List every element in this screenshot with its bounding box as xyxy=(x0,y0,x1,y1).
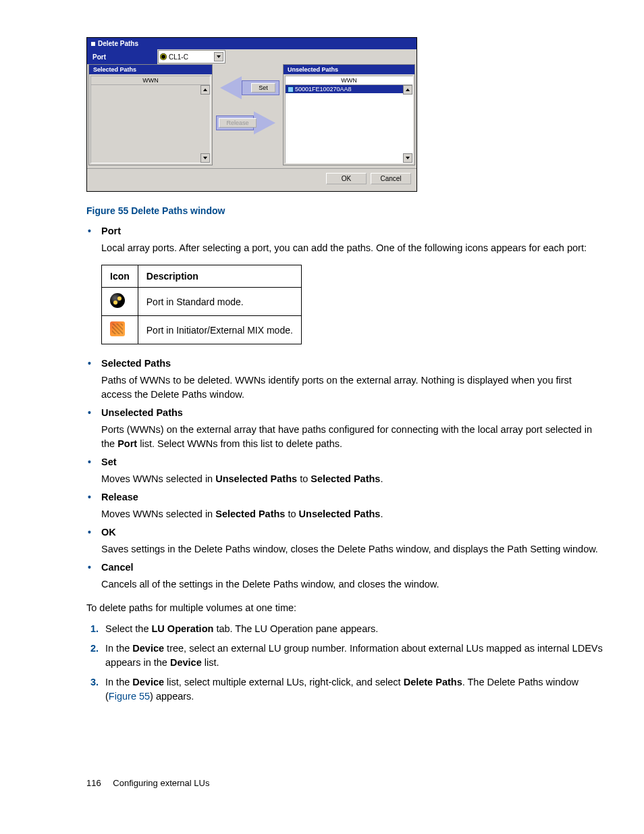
table-cell-desc: Port in Standard mode. xyxy=(138,288,301,316)
port-standard-icon xyxy=(160,53,167,60)
window-title: Delete Paths xyxy=(98,40,138,47)
delete-paths-window: Delete Paths Port CL1-C Selected Paths W… xyxy=(86,37,417,192)
footer-section: Configuring external LUs xyxy=(113,778,209,788)
window-title-bar: Delete Paths xyxy=(87,38,417,49)
bullet-set: Set Moves WWNs selected in Unselected Pa… xyxy=(101,455,603,486)
ok-button[interactable]: OK xyxy=(326,173,367,184)
table-row: Port in Standard mode. xyxy=(102,288,302,316)
port-standard-icon xyxy=(110,293,125,308)
unselected-col-wwn: WWN xyxy=(286,76,412,85)
bullet-selected-paths: Selected Paths Paths of WWNs to be delet… xyxy=(101,357,603,402)
cancel-button[interactable]: Cancel xyxy=(371,173,411,184)
step-1: Select the LU Operation tab. The LU Oper… xyxy=(101,622,603,636)
figure-caption: Figure 55 Delete Paths window xyxy=(86,205,603,216)
chevron-down-icon[interactable] xyxy=(214,52,223,61)
list-item[interactable]: 50001FE100270AA8 xyxy=(286,85,412,93)
port-row-label: Port xyxy=(87,49,157,64)
unselected-paths-header: Unselected Paths xyxy=(284,65,414,74)
bullet-release: Release Moves WWNs selected in Selected … xyxy=(101,490,603,521)
table-cell-desc: Port in Initiator/External MIX mode. xyxy=(138,316,301,344)
table-header-icon: Icon xyxy=(102,265,138,288)
set-button[interactable]: Set xyxy=(251,83,275,93)
selected-paths-header: Selected Paths xyxy=(89,65,212,74)
wwn-value: 50001FE100270AA8 xyxy=(295,86,352,93)
bullet-cancel: Cancel Cancels all of the settings in th… xyxy=(101,561,603,592)
scroll-down-icon[interactable] xyxy=(403,153,412,163)
bullet-ok: OK Saves settings in the Delete Paths wi… xyxy=(101,525,603,556)
release-button[interactable]: Release xyxy=(219,118,256,128)
selected-col-wwn: WWN xyxy=(91,76,210,85)
port-mix-icon xyxy=(110,321,125,336)
step-2: In the Device tree, select an external L… xyxy=(101,642,603,670)
release-arrow: Release xyxy=(216,111,279,134)
page-number: 116 xyxy=(86,778,101,788)
port-icon-table: Icon Description Port in Standard mode. … xyxy=(101,265,302,344)
set-arrow: Set xyxy=(216,76,279,99)
disk-icon xyxy=(288,86,294,93)
table-header-description: Description xyxy=(138,265,301,288)
bullet-unselected-paths: Unselected Paths Ports (WWNs) on the ext… xyxy=(101,406,603,451)
scroll-down-icon[interactable] xyxy=(200,153,210,163)
table-row: Port in Initiator/External MIX mode. xyxy=(102,316,302,344)
scroll-up-icon[interactable] xyxy=(200,85,210,95)
selected-paths-list[interactable]: WWN xyxy=(90,76,211,163)
step-3: In the Device list, select multiple exte… xyxy=(101,675,603,704)
scroll-up-icon[interactable] xyxy=(403,85,412,95)
bullet-port: Port Local array ports. After selecting … xyxy=(101,224,603,255)
page-footer: 116 Configuring external LUs xyxy=(86,778,603,788)
figure-55-link[interactable]: Figure 55 xyxy=(109,691,150,702)
unselected-paths-list[interactable]: WWN 50001FE100270AA8 xyxy=(285,76,413,163)
port-dropdown[interactable]: CL1-C xyxy=(158,50,225,63)
port-dropdown-value: CL1-C xyxy=(169,53,188,61)
lead-text: To delete paths for multiple volumes at … xyxy=(86,601,603,615)
